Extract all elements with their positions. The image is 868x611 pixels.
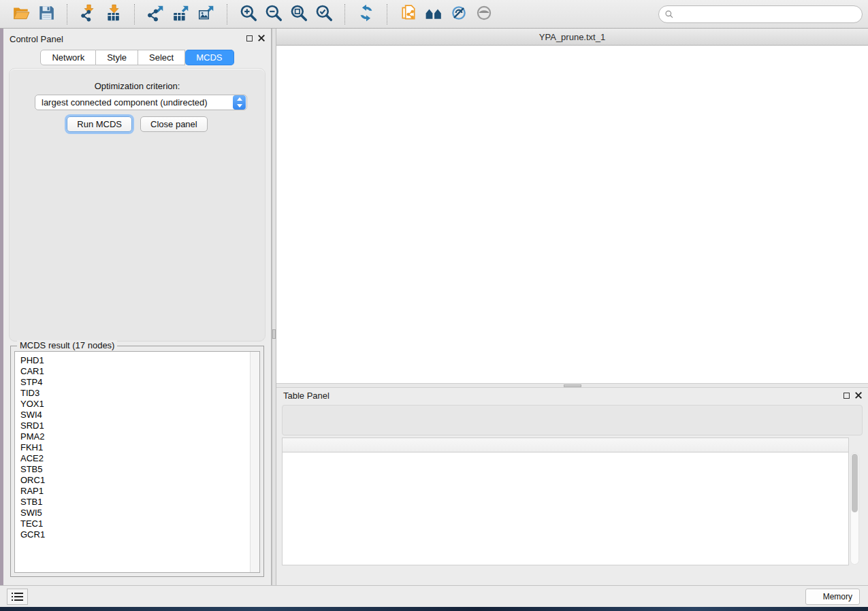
mcds-result-item[interactable]: STB1 (20, 497, 259, 508)
table-scrollbar[interactable] (850, 452, 859, 565)
criterion-value: largest connected component (undirected) (35, 97, 233, 108)
float-panel-button[interactable] (843, 393, 850, 399)
mcds-list-scrollbar[interactable] (250, 352, 259, 572)
table-toolbar (282, 405, 863, 435)
zoom-fit-icon (290, 4, 308, 24)
table-header-row (283, 438, 848, 452)
zoom-in-button[interactable] (236, 3, 261, 26)
search-network-button[interactable] (421, 3, 446, 26)
open-session-icon (12, 4, 30, 24)
mcds-result-item[interactable]: FKH1 (20, 442, 259, 453)
zoom-selected-icon (315, 4, 333, 24)
export-network-icon (147, 4, 165, 24)
tab-style[interactable]: Style (96, 50, 138, 65)
mcds-result-group: MCDS result (17 nodes) PHD1CAR1STP4TID3Y… (10, 346, 264, 577)
mcds-result-item[interactable]: SWI4 (20, 410, 259, 420)
mcds-result-item[interactable]: TEC1 (20, 518, 259, 529)
hide-selected-button[interactable] (446, 3, 471, 26)
float-panel-button[interactable] (246, 35, 253, 42)
main-toolbar (0, 0, 868, 29)
import-network-button[interactable] (76, 3, 101, 26)
mcds-result-item[interactable]: PHD1 (20, 355, 259, 366)
mcds-result-item[interactable]: RAP1 (20, 486, 259, 497)
export-image-button[interactable] (193, 3, 219, 26)
table-body (283, 452, 848, 565)
share-document-button[interactable] (396, 3, 421, 26)
desktop-wallpaper (0, 607, 868, 611)
export-table-button[interactable] (168, 3, 193, 26)
toolbar-separator (67, 4, 67, 24)
splitter-handle[interactable] (564, 384, 581, 387)
tab-network[interactable]: Network (40, 50, 96, 65)
toolbar-separator (134, 4, 135, 24)
share-document-icon (400, 4, 417, 24)
open-session-button[interactable] (8, 3, 33, 26)
mcds-result-item[interactable]: STP4 (20, 377, 259, 388)
zoom-fit-button[interactable] (286, 3, 311, 26)
zoom-out-icon (265, 4, 283, 24)
scrollbar-thumb[interactable] (852, 454, 858, 512)
horizontal-splitter[interactable] (276, 383, 868, 388)
export-network-button[interactable] (143, 3, 168, 26)
run-mcds-button[interactable]: Run MCDS (67, 116, 132, 132)
table-panel-title: Table Panel (283, 391, 329, 401)
memory-status-icon (811, 593, 819, 601)
toolbar-separator (387, 4, 387, 24)
network-canvas[interactable] (276, 46, 868, 383)
memory-label: Memory (823, 592, 852, 601)
mcds-result-item[interactable]: ORC1 (20, 475, 259, 486)
export-image-icon (197, 4, 215, 24)
refresh-view-icon (357, 4, 375, 24)
zoom-in-icon (240, 4, 257, 24)
mcds-result-item[interactable]: GCR1 (20, 529, 259, 540)
control-panel-title: Control Panel (10, 34, 63, 44)
mcds-result-item[interactable]: ACE2 (20, 453, 259, 464)
toolbar-separator (344, 4, 345, 24)
splitter-handle[interactable] (272, 329, 276, 339)
mcds-result-item[interactable]: CAR1 (20, 366, 259, 377)
network-view-window: YPA_prune.txt_1 (276, 29, 868, 383)
criterion-label: Optimization criterion: (10, 81, 265, 91)
save-session-icon (37, 4, 55, 24)
mcds-result-title: MCDS result (17 nodes) (17, 340, 117, 350)
tab-select[interactable]: Select (138, 50, 185, 65)
status-bar: Memory (0, 585, 868, 607)
tab-mcds[interactable]: MCDS (185, 50, 234, 65)
show-hidden-icon (475, 4, 493, 24)
network-titlebar[interactable]: YPA_prune.txt_1 (276, 29, 868, 46)
search-input[interactable] (677, 7, 862, 21)
show-hidden-button[interactable] (471, 3, 496, 26)
memory-button[interactable]: Memory (805, 589, 860, 605)
mcds-result-item[interactable]: SWI5 (20, 508, 259, 518)
table-panel: Table Panel (276, 388, 868, 585)
node-table (282, 437, 849, 565)
network-title: YPA_prune.txt_1 (276, 32, 868, 42)
mcds-result-list[interactable]: PHD1CAR1STP4TID3YOX1SWI4SRD1PMA2FKH1ACE2… (14, 351, 260, 573)
control-panel-tabs: NetworkStyleSelectMCDS (3, 50, 271, 65)
mcds-result-item[interactable]: PMA2 (20, 431, 259, 442)
close-panel-button[interactable] (258, 35, 266, 42)
mcds-result-item[interactable]: TID3 (20, 388, 259, 399)
vertical-splitter[interactable] (272, 29, 276, 585)
refresh-view-button[interactable] (353, 3, 379, 26)
mcds-result-item[interactable]: STB5 (20, 464, 259, 475)
mcds-result-item[interactable]: YOX1 (20, 399, 259, 410)
search-network-icon (425, 4, 443, 24)
mcds-result-item[interactable]: SRD1 (20, 420, 259, 431)
import-network-icon (80, 4, 97, 24)
criterion-dropdown[interactable]: largest connected component (undirected) (35, 95, 247, 110)
export-table-icon (172, 4, 190, 24)
dropdown-stepper-icon (233, 95, 246, 110)
show-panels-button[interactable] (7, 589, 28, 605)
import-table-button[interactable] (101, 3, 126, 26)
list-icon (12, 592, 24, 601)
close-panel-button[interactable] (855, 392, 863, 399)
control-panel: Control Panel NetworkStyleSelectMCDS Opt… (3, 29, 272, 585)
toolbar-separator (227, 4, 227, 24)
close-mcds-button[interactable]: Close panel (140, 116, 208, 132)
import-table-icon (105, 4, 123, 24)
save-session-button[interactable] (33, 3, 59, 26)
zoom-selected-button[interactable] (311, 3, 336, 26)
zoom-out-button[interactable] (261, 3, 286, 26)
search-box[interactable] (658, 5, 863, 23)
